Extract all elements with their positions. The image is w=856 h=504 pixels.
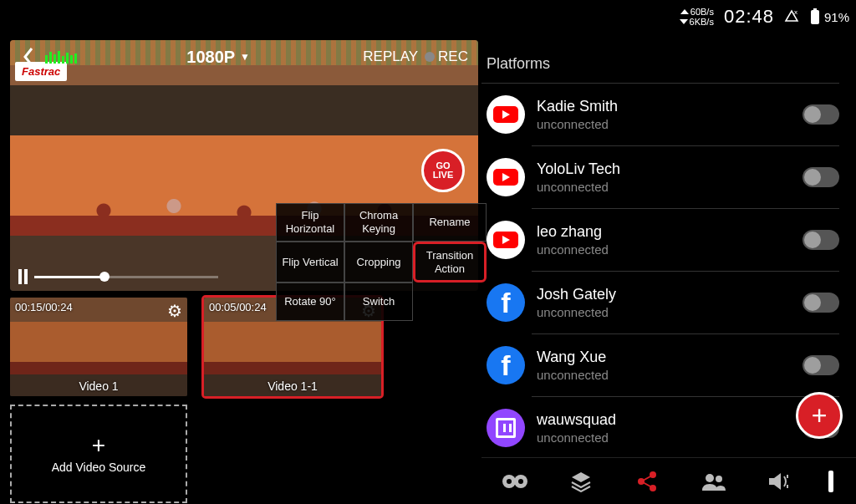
upload-speed: 60B/s [690,7,714,17]
signal-icon: x [784,9,799,25]
go-live-button[interactable]: GO LIVE [421,149,465,192]
menu-rename[interactable]: Rename [413,203,487,242]
youtube-icon [487,95,525,134]
platform-row[interactable]: YoloLiv Techunconnected [482,146,856,208]
platform-name: leo zhang [537,223,609,241]
platform-toggle[interactable] [802,104,839,125]
youtube-icon [487,221,525,259]
platform-row[interactable]: fJosh Gatelyunconnected [482,272,856,333]
platform-name: Josh Gately [537,286,616,303]
platform-toggle[interactable] [802,355,839,375]
network-speed: 60B/s 6KB/s [680,7,714,27]
platform-name: wauwsquad [537,411,616,429]
svg-point-6 [507,479,512,484]
menu-empty [413,283,487,321]
twitch-icon [487,409,525,447]
platform-toggle[interactable] [802,230,839,250]
menu-rotate-90[interactable]: Rotate 90° [276,283,344,321]
back-button[interactable] [17,45,40,69]
facebook-icon: f [487,346,525,384]
add-platform-fab[interactable]: + [796,392,843,439]
platform-status: unconnected [537,117,618,131]
thumb-label: Video 1-1 [204,379,381,393]
platform-name: Kadie Smith [537,98,618,115]
download-icon [680,19,688,24]
source-thumb-1[interactable]: 00:15/00:24 ⚙ Video 1 [10,298,187,396]
platform-row[interactable]: Kadie Smithunconnected [482,84,856,145]
record-dot-icon [425,52,435,62]
platform-status: unconnected [537,180,620,194]
svg-point-14 [716,476,722,482]
progress-slider[interactable] [34,276,218,278]
battery-indicator: 91% [809,8,849,25]
platform-status: unconnected [537,305,616,319]
replay-button[interactable]: REPLAY [359,47,421,67]
download-speed: 6KB/s [690,17,714,27]
svg-text:x: x [794,9,797,16]
platform-toggle[interactable] [802,167,839,187]
platform-status: unconnected [537,430,616,445]
svg-point-13 [706,474,714,482]
thumb-time: 00:15/00:24 [15,301,73,313]
status-bar: 60B/s 6KB/s 02:48 x 91% [680,0,849,33]
nav-share[interactable] [630,465,664,498]
plus-icon: + [92,434,105,457]
youtube-icon [487,158,525,196]
svg-rect-2 [813,8,817,10]
thumb-label: Video 1 [10,379,187,393]
nav-handle[interactable] [828,471,833,492]
pause-button[interactable] [18,269,28,284]
menu-flip-horizontal[interactable]: Flip Horizontal [276,203,344,242]
platforms-heading: Platforms [482,40,856,83]
menu-flip-vertical[interactable]: Flip Vertical [276,242,344,283]
source-context-menu: Flip Horizontal Chroma Keying Rename Fli… [276,203,487,321]
svg-rect-1 [811,10,819,24]
platform-row[interactable]: leo zhangunconnected [482,209,856,271]
platform-name: YoloLiv Tech [537,160,620,178]
record-label: REC [438,48,468,65]
resolution-label: 1080P [186,48,235,67]
facebook-icon: f [487,283,525,322]
audio-meter [45,51,77,64]
menu-switch[interactable]: Switch [344,283,413,321]
record-button[interactable]: REC [421,47,471,67]
chevron-down-icon: ▼ [240,51,250,63]
nav-layers[interactable] [564,465,598,498]
resolution-selector[interactable]: 1080P ▼ [186,48,250,67]
bottom-nav [482,457,856,504]
svg-point-8 [638,478,645,485]
menu-transition-action[interactable]: Transition Action [413,242,487,283]
platform-row[interactable]: fWang Xueunconnected [482,334,856,396]
nav-controller[interactable] [498,465,532,498]
platform-toggle[interactable] [802,293,839,313]
platform-name: Wang Xue [537,349,609,366]
clock: 02:48 [724,6,774,28]
thumb-time: 00:05/00:24 [209,301,267,313]
platform-status: unconnected [537,368,609,382]
battery-percent: 91% [824,10,849,24]
svg-point-7 [518,479,523,484]
menu-cropping[interactable]: Cropping [344,242,413,283]
gear-icon[interactable]: ⚙ [167,301,182,321]
nav-people[interactable] [696,465,730,498]
platform-status: unconnected [537,242,609,257]
upload-icon [680,9,689,14]
nav-volume[interactable] [762,465,796,498]
svg-line-12 [643,482,650,486]
add-source-label: Add Video Source [52,461,146,475]
add-video-source-button[interactable]: + Add Video Source [10,405,187,503]
svg-line-11 [643,476,650,481]
menu-chroma-keying[interactable]: Chroma Keying [344,203,413,242]
